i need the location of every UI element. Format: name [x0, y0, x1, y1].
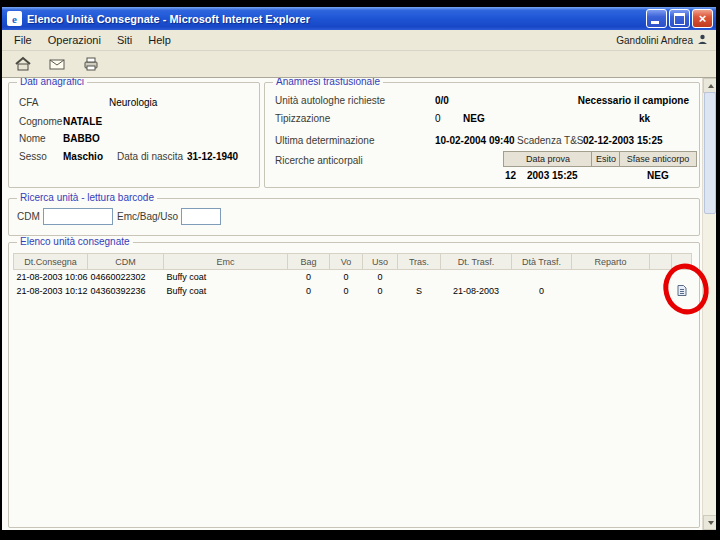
menu-item-siti[interactable]: Siti	[109, 32, 140, 48]
ie-app-icon: e	[7, 11, 22, 26]
cell-action-1	[650, 284, 672, 298]
fase-anticorpo-button[interactable]: Sfase anticorpo	[619, 151, 697, 167]
cell-emc: Buffy coat	[164, 270, 288, 285]
ultima-value: 10-02-2004 09:40	[435, 135, 515, 146]
scroll-up-button[interactable]	[703, 78, 716, 93]
browser-window: e Elenco Unità Consegnate - Microsoft In…	[2, 7, 716, 530]
home-button[interactable]	[12, 53, 34, 75]
mail-icon	[48, 55, 66, 73]
window-title: Elenco Unità Consegnate - Microsoft Inte…	[27, 13, 644, 25]
cell-dtatrasf	[512, 270, 572, 285]
cell-uso: 0	[363, 284, 398, 298]
col-dt-consegna[interactable]: Dt.Consegna	[14, 254, 88, 270]
cell-tras: S	[398, 284, 441, 298]
page-content: Dati anagrafici CFA Neurologia Cognome N…	[2, 78, 716, 530]
title-bar: e Elenco Unità Consegnate - Microsoft In…	[2, 7, 716, 30]
mail-button[interactable]	[46, 53, 68, 75]
cell-action-1	[650, 270, 672, 285]
nascita-label: Data di nascita	[117, 151, 183, 162]
nascita-value: 31-12-1940	[187, 151, 238, 162]
tipizzazione-esito: NEG	[463, 113, 485, 124]
patient-legend: Dati anagrafici	[17, 78, 87, 87]
tipizzazione-value: 0	[435, 113, 441, 124]
autologhe-value: 0/0	[435, 95, 449, 106]
barcode-legend: Ricerca unità - lettura barcode	[17, 192, 157, 203]
maximize-button[interactable]	[669, 9, 690, 28]
print-button[interactable]	[80, 53, 102, 75]
cell-bag: 0	[288, 284, 330, 298]
scadenza-value: 02-12-2003 15:25	[583, 135, 663, 146]
cell-dtconsegna: 21-08-2003 10:06	[14, 270, 88, 285]
col-reparto[interactable]: Reparto	[572, 254, 650, 270]
cell-action-2	[672, 284, 692, 298]
menu-item-help[interactable]: Help	[140, 32, 179, 48]
sesso-value: Maschio	[63, 151, 103, 162]
cell-dttrasf: 21-08-2003	[441, 284, 512, 298]
cfa-label: CFA	[19, 97, 38, 108]
close-icon: ×	[699, 12, 707, 25]
vertical-scrollbar[interactable]	[702, 78, 716, 530]
maximize-icon	[674, 13, 685, 25]
nome-value: BABBO	[63, 133, 100, 144]
menu-item-file[interactable]: File	[6, 32, 40, 48]
col-tras[interactable]: Tras.	[398, 254, 441, 270]
menu-bar: File Operazioni Siti Help Gandolini Andr…	[2, 30, 716, 51]
table-header-row: Dt.Consegna CDM Emc Bag Vo Uso Tras. Dt.…	[14, 254, 692, 270]
nome-label: Nome	[19, 133, 46, 144]
print-icon	[82, 55, 100, 73]
esito-button[interactable]: Esito	[591, 151, 621, 167]
ricerche-label: Ricerche anticorpali	[275, 155, 363, 166]
emc-bag-uso-input[interactable]	[181, 208, 221, 225]
cell-reparto	[572, 270, 650, 285]
minimize-button[interactable]	[646, 9, 667, 28]
menu-item-operazioni[interactable]: Operazioni	[40, 32, 109, 48]
table-row[interactable]: 21-08-2003 10:06 04660022302 Buffy coat …	[14, 270, 692, 285]
col-cdm[interactable]: CDM	[88, 254, 164, 270]
arrow-down-icon	[708, 521, 714, 525]
logged-user-name: Gandolini Andrea	[616, 35, 693, 46]
cell-tras	[398, 270, 441, 285]
cell-reparto	[572, 284, 650, 298]
campione-flag: Necessario il campione	[578, 95, 689, 106]
col-dt-trasf[interactable]: Dt. Trasf.	[441, 254, 512, 270]
scadenza-label: Scadenza T&S	[517, 135, 584, 146]
toolbar	[2, 51, 716, 78]
col-bag[interactable]: Bag	[288, 254, 330, 270]
patient-fieldset: Dati anagrafici CFA Neurologia Cognome N…	[8, 82, 260, 188]
ricerca-riga-esito: NEG	[647, 170, 669, 181]
data-prova-button[interactable]: Data prova	[503, 151, 593, 167]
cdm-label: CDM	[17, 211, 40, 222]
emc-bag-uso-label: Emc/Bag/Uso	[117, 211, 178, 222]
col-vo[interactable]: Vo	[330, 254, 363, 270]
ricerca-riga-data1: 12	[505, 170, 516, 181]
ricerca-riga-data2: 2003 15:25	[527, 170, 578, 181]
cell-dttrasf	[441, 270, 512, 285]
delivered-units-table: Dt.Consegna CDM Emc Bag Vo Uso Tras. Dt.…	[13, 253, 692, 298]
cell-uso: 0	[363, 270, 398, 285]
elenco-legend: Elenco unità consegnate	[17, 236, 133, 247]
anamnesi-legend: Anamnesi trasfusionale	[273, 78, 383, 87]
cognome-label: Cognome	[19, 116, 62, 127]
col-action-1	[650, 254, 672, 270]
col-dta-trasf[interactable]: Dtà Trasf.	[512, 254, 572, 270]
cell-dtconsegna: 21-08-2003 10:12	[14, 284, 88, 298]
scroll-down-button[interactable]	[703, 515, 716, 530]
scrollbar-thumb[interactable]	[704, 92, 716, 214]
cell-dtatrasf: 0	[512, 284, 572, 298]
table-row[interactable]: 21-08-2003 10:12 04360392236 Buffy coat …	[14, 284, 692, 298]
col-emc[interactable]: Emc	[164, 254, 288, 270]
cell-emc: Buffy coat	[164, 284, 288, 298]
col-uso[interactable]: Uso	[363, 254, 398, 270]
report-icon[interactable]	[677, 288, 687, 298]
slide-stage: e Elenco Unità Consegnate - Microsoft In…	[0, 0, 720, 540]
close-button[interactable]: ×	[692, 9, 713, 28]
minimize-icon	[651, 21, 659, 24]
cell-cdm: 04660022302	[88, 270, 164, 285]
cognome-value: NATALE	[63, 116, 102, 127]
anamnesi-fieldset: Anamnesi trasfusionale Unità autologhe r…	[264, 82, 700, 188]
sesso-label: Sesso	[19, 151, 47, 162]
home-icon	[14, 55, 32, 73]
ultima-label: Ultima determinazione	[275, 135, 375, 146]
cdm-input[interactable]	[43, 208, 113, 225]
col-action-2	[672, 254, 692, 270]
